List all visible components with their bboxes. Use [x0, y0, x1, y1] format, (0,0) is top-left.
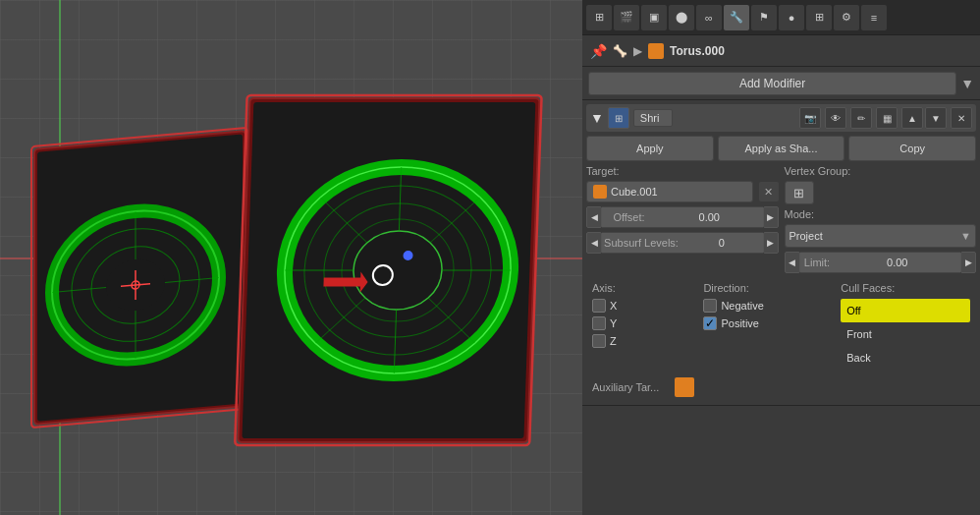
- right-panel: ⊞ 🎬 ▣ ⬤ ∞ 🔧 ⚑ ● ⊞ ⚙ ≡ 📌 🦴 ▶ Torus.000 Ad…: [582, 0, 980, 515]
- cull-front-option[interactable]: Front: [841, 322, 970, 346]
- toolbar-data-icon[interactable]: ●: [779, 5, 804, 30]
- offset-field-container: ◀ Offset: 0.00 ▶: [586, 206, 779, 228]
- axis-x-label: X: [610, 300, 617, 312]
- axis-x-item: X: [592, 299, 695, 313]
- modifier-expand-icon[interactable]: ▼: [590, 110, 604, 126]
- target-clear-button[interactable]: ✕: [759, 182, 779, 201]
- limit-field-container: ◀ Limit: 0.00 ▶: [785, 252, 977, 273]
- axis-direction-cull-row: X Y Z Negative: [592, 299, 970, 370]
- modifier-panel: ▼ ⊞ Shri 📷 👁 ✏ ▦ ▲ ▼ ✕ Apply Apply as Sh…: [582, 100, 980, 406]
- offset-row: ◀ Offset: 0.00 ▶: [586, 206, 779, 228]
- toolbar-grid-icon[interactable]: ⊞: [586, 5, 612, 30]
- axis-x-checkbox[interactable]: [592, 299, 606, 313]
- apply-as-shape-button[interactable]: Apply as Sha...: [718, 136, 845, 161]
- vertex-group-label: Vertex Group:: [785, 165, 851, 177]
- modifier-cage-icon[interactable]: ▦: [876, 107, 898, 129]
- offset-value[interactable]: 0.00: [656, 206, 763, 228]
- mode-field-row: Project ▼: [785, 224, 977, 248]
- axis-z-checkbox[interactable]: [592, 334, 606, 348]
- mode-value: Project: [789, 230, 823, 242]
- target-label: Target:: [586, 165, 645, 177]
- toolbar-tiles-icon[interactable]: ⊞: [806, 5, 832, 30]
- modifier-type-icon[interactable]: ⊞: [608, 107, 629, 129]
- subsurf-value[interactable]: 0: [681, 232, 763, 254]
- target-row: Target:: [586, 165, 779, 177]
- add-modifier-bar: Add Modifier ▼: [582, 67, 980, 100]
- toolbar-flag-icon[interactable]: ⚑: [751, 5, 777, 30]
- offset-label: Offset:: [602, 206, 656, 228]
- direction-header: Direction:: [703, 282, 748, 294]
- limit-decrease-button[interactable]: ◀: [785, 252, 800, 273]
- direction-column: Negative ✓ Positive: [703, 299, 833, 370]
- apply-button[interactable]: Apply: [586, 136, 714, 161]
- limit-label: Limit:: [800, 252, 835, 273]
- viewport-svg: [0, 0, 582, 515]
- direction-negative-item: Negative: [703, 299, 833, 313]
- limit-increase-button[interactable]: ▶: [960, 252, 976, 273]
- toolbar-particles-icon[interactable]: ⚙: [834, 5, 859, 30]
- add-modifier-arrow: ▼: [960, 76, 974, 91]
- apply-row: Apply Apply as Sha... Copy: [586, 136, 976, 161]
- modifier-up-icon[interactable]: ▲: [901, 107, 923, 129]
- cull-faces-column: Off Front Back: [841, 299, 970, 370]
- toolbar-link-icon[interactable]: ∞: [696, 5, 722, 30]
- target-cube-icon: [593, 185, 607, 199]
- limit-value[interactable]: 0.00: [835, 252, 961, 273]
- right-col: Vertex Group: ⊞ Mode: Project ▼: [785, 165, 977, 277]
- direction-positive-checkbox[interactable]: ✓: [703, 316, 717, 330]
- direction-negative-label: Negative: [721, 300, 763, 312]
- target-field-row: Cube.001 ✕: [586, 181, 779, 202]
- axis-z-item: Z: [592, 334, 695, 348]
- offset-increase-button[interactable]: ▶: [763, 206, 779, 228]
- axis-z-label: Z: [610, 335, 617, 347]
- top-toolbar: ⊞ 🎬 ▣ ⬤ ∞ 🔧 ⚑ ● ⊞ ⚙ ≡: [582, 0, 980, 35]
- direction-positive-item: ✓ Positive: [703, 316, 833, 330]
- subsurf-decrease-button[interactable]: ◀: [586, 232, 602, 254]
- modifier-view-icon[interactable]: 👁: [825, 107, 846, 129]
- limit-row: ◀ Limit: 0.00 ▶: [785, 252, 977, 273]
- add-modifier-button[interactable]: Add Modifier: [588, 72, 956, 95]
- viewport-area[interactable]: [0, 0, 582, 515]
- object-name: Torus.000: [670, 44, 725, 58]
- subsurf-increase-button[interactable]: ▶: [763, 232, 779, 254]
- main-form: Target: Cube.001 ✕ ◀ Offset:: [586, 165, 976, 277]
- modifier-down-icon[interactable]: ▼: [925, 107, 947, 129]
- mode-label-row: Mode:: [785, 208, 977, 220]
- auxiliary-label: Auxiliary Tar...: [592, 381, 671, 393]
- direction-negative-checkbox[interactable]: [703, 299, 717, 313]
- modifier-render-icon[interactable]: 📷: [799, 107, 821, 129]
- toolbar-wrench-icon[interactable]: 🔧: [724, 5, 749, 30]
- modifier-name[interactable]: Shri: [633, 109, 673, 127]
- header-bar: 📌 🦴 ▶ Torus.000: [582, 35, 980, 67]
- cull-off-option[interactable]: Off: [841, 299, 970, 322]
- toolbar-globe-icon[interactable]: ⬤: [669, 5, 694, 30]
- section-headers: Axis: Direction: Cull Faces:: [592, 281, 970, 295]
- vertex-group-field[interactable]: ⊞: [785, 181, 814, 204]
- cull-faces-header: Cull Faces:: [841, 282, 895, 294]
- modifier-reorder: ▲ ▼: [901, 107, 947, 129]
- vertex-group-field-row: ⊞: [785, 181, 977, 204]
- axis-y-label: Y: [610, 317, 617, 329]
- subsurf-field-container: ◀ Subsurf Levels: 0 ▶: [586, 232, 779, 254]
- subsurf-label: Subsurf Levels:: [602, 232, 681, 254]
- copy-button[interactable]: Copy: [848, 136, 976, 161]
- modifier-header: ▼ ⊞ Shri 📷 👁 ✏ ▦ ▲ ▼ ✕: [586, 104, 976, 132]
- mode-dropdown[interactable]: Project ▼: [785, 224, 977, 248]
- target-value: Cube.001: [611, 186, 658, 198]
- axis-header: Axis:: [592, 282, 616, 294]
- modifier-close-icon[interactable]: ✕: [951, 107, 972, 129]
- auxiliary-cube-icon[interactable]: [675, 377, 694, 397]
- toolbar-render-icon[interactable]: 🎬: [614, 5, 639, 30]
- toolbar-physics-icon[interactable]: ≡: [861, 5, 887, 30]
- axis-y-item: Y: [592, 316, 695, 330]
- cull-back-option[interactable]: Back: [841, 346, 970, 370]
- vertex-group-icon: ⊞: [793, 186, 804, 200]
- modifier-edit-icon[interactable]: ✏: [850, 107, 872, 129]
- pin-icon[interactable]: 📌: [590, 43, 607, 59]
- target-field[interactable]: Cube.001: [586, 181, 753, 202]
- axis-y-checkbox[interactable]: [592, 316, 606, 330]
- axis-column: X Y Z: [592, 299, 695, 370]
- mode-dropdown-arrow: ▼: [960, 230, 971, 242]
- toolbar-texture-icon[interactable]: ▣: [641, 5, 667, 30]
- offset-decrease-button[interactable]: ◀: [586, 206, 602, 228]
